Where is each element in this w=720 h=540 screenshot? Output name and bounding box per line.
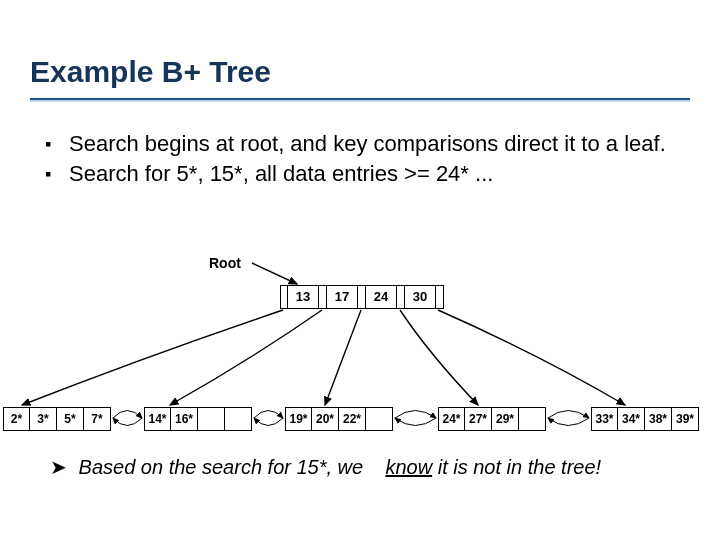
pointer-cell [319,285,327,309]
leaf-cell: 33* [591,407,618,431]
bplus-tree-diagram: Root 13 17 [0,255,720,455]
svg-line-1 [325,310,361,405]
key-cell: 13 [288,285,319,309]
leaf-node: 24* 27* 29* [438,407,546,431]
leaf-cell: 5* [57,407,84,431]
bullet-marker-icon: ▪ [45,160,69,188]
leaf-cell: 22* [339,407,366,431]
leaf-cell: 20* [312,407,339,431]
leaf-cell: 34* [618,407,645,431]
internal-node: 13 17 24 30 [280,285,444,309]
pointer-cell [358,285,366,309]
pointer-cell [436,285,444,309]
pointer-cell [397,285,405,309]
footnote-text-prefix: Based on the search for 15*, we [79,456,369,478]
bullet-item: ▪ Search for 5*, 15*, all data entries >… [45,160,685,188]
bullet-text: Search for 5*, 15*, all data entries >= … [69,160,685,188]
bullet-list: ▪ Search begins at root, and key compari… [45,130,685,190]
leaf-cell: 39* [672,407,699,431]
bullet-marker-icon: ▪ [45,130,69,158]
footnote-text-underlined: know [385,456,432,478]
leaf-cell: 38* [645,407,672,431]
leaf-node: 2* 3* 5* 7* [3,407,111,431]
key-cell: 24 [366,285,397,309]
leaf-cell [366,407,393,431]
slide-title: Example B+ Tree [30,55,271,89]
leaf-cell: 3* [30,407,57,431]
leaf-cell [519,407,546,431]
leaf-cell: 24* [438,407,465,431]
leaf-cell: 14* [144,407,171,431]
leaf-node: 33* 34* 38* 39* [591,407,699,431]
leaf-cell: 16* [171,407,198,431]
chevron-right-icon: ➤ [50,456,67,478]
footnote: ➤ Based on the search for 15*, we know i… [50,455,690,479]
leaf-cell: 2* [3,407,30,431]
bullet-item: ▪ Search begins at root, and key compari… [45,130,685,158]
footnote-text-suffix: it is not in the tree! [438,456,601,478]
leaf-node: 19* 20* 22* [285,407,393,431]
leaf-cell [225,407,252,431]
key-cell: 30 [405,285,436,309]
leaf-cell [198,407,225,431]
slide: Example B+ Tree ▪ Search begins at root,… [0,0,720,540]
root-label: Root [209,255,241,271]
leaf-cell: 7* [84,407,111,431]
pointer-cell [280,285,288,309]
title-underline [30,98,690,102]
leaf-cell: 19* [285,407,312,431]
key-cell: 17 [327,285,358,309]
bullet-text: Search begins at root, and key compariso… [69,130,685,158]
leaf-node: 14* 16* [144,407,252,431]
leaf-cell: 29* [492,407,519,431]
leaf-cell: 27* [465,407,492,431]
svg-line-0 [252,263,297,284]
